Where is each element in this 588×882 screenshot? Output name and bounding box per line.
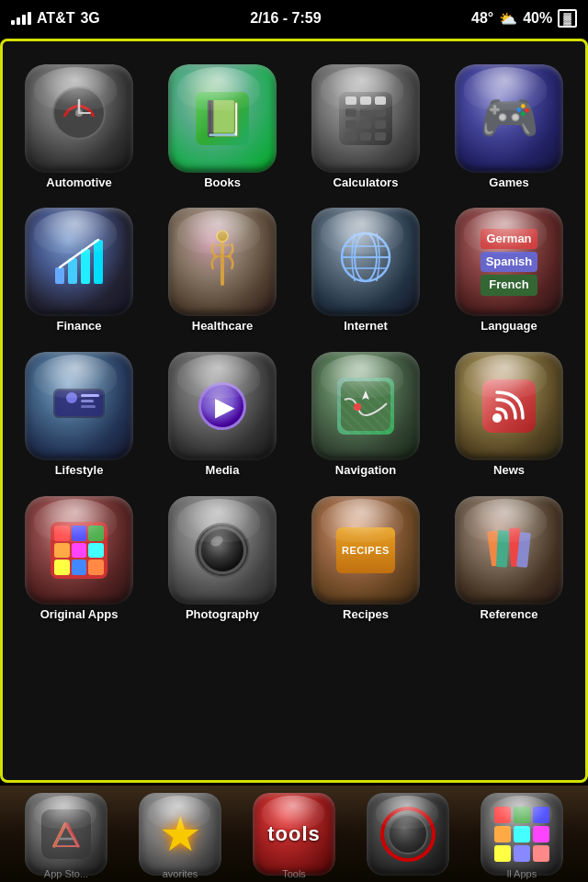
lifestyle-image [48,370,110,443]
svg-marker-25 [362,390,369,400]
navigation-image [337,378,394,435]
app-cell-healthcare[interactable]: Healthcare [151,195,294,339]
dock-labels: App Sto... avorites Tools ll Apps [0,868,588,879]
app-cell-games[interactable]: 🎮 Games [437,51,581,195]
svg-rect-20 [81,394,99,397]
app-cell-photography[interactable]: Photography [151,482,294,627]
app-label-finance: Finance [56,320,101,333]
app-label-internet: Internet [344,320,388,333]
app-icon-navigation [311,352,420,460]
app-label-originalapps: Original Apps [40,608,119,621]
app-cell-finance[interactable]: Finance [7,195,151,339]
app-icon-recipes: RECIPES [311,496,420,605]
app-cell-automotive[interactable]: Automotive [7,51,151,195]
dock-icon-allapps [481,793,563,876]
app-cell-calculators[interactable]: Calculators [294,51,437,195]
app-icon-books: 📗 [168,64,277,173]
carrier-label: AT&T [37,10,74,27]
app-label-language: Language [481,320,537,333]
svg-rect-7 [94,240,103,284]
reference-image [478,514,540,586]
app-cell-books[interactable]: 📗 Books [151,51,294,195]
svg-rect-28 [496,530,509,568]
news-image [482,379,536,433]
internet-image [334,226,397,299]
calc-image [339,92,392,145]
svg-point-26 [492,413,502,423]
app-icon-photography [168,496,277,605]
svg-rect-6 [81,249,90,284]
dock-label-procamera [367,868,449,879]
datetime-label: 2/16 - 7:59 [250,10,321,27]
app-label-photography: Photography [186,608,259,621]
photography-image [198,526,246,574]
dock: ★ tools [0,786,588,882]
signal-icon [11,12,31,25]
originalapps-image [51,522,107,579]
app-grid: Automotive 📗 Books Calculators � [0,39,588,783]
procamera-image [380,807,435,862]
allapps-image [494,807,549,862]
app-cell-recipes[interactable]: RECIPES Recipes [294,482,437,627]
app-icon-reference [455,496,563,605]
app-cell-navigation[interactable]: Navigation [294,339,437,483]
app-cell-news[interactable]: News [437,339,581,483]
dock-icon-tools: tools [253,793,335,876]
dock-item-appstore[interactable] [25,793,107,876]
app-label-reference: Reference [481,608,538,621]
dock-icon-favorites: ★ [139,793,221,876]
automotive-image [48,82,110,154]
app-icon-internet [311,208,420,316]
svg-rect-22 [81,405,96,408]
app-label-navigation: Navigation [335,464,396,477]
app-icon-finance [25,208,133,316]
temperature-label: 48° [471,10,493,27]
app-label-automotive: Automotive [46,176,112,189]
network-type: 3G [80,10,99,27]
app-label-recipes: Recipes [343,608,389,621]
app-icon-healthcare [168,208,277,316]
app-label-media: Media [206,464,240,477]
dock-icon-procamera [367,793,449,876]
finance-image [48,227,110,298]
app-cell-originalapps[interactable]: Original Apps [7,482,151,627]
app-icon-language: German Spanish French [455,208,563,316]
battery-icon: ▓ [558,9,577,28]
dock-label-favorites: avorites [139,868,221,879]
language-image: German Spanish French [481,229,538,296]
svg-rect-23 [341,381,390,431]
svg-rect-31 [41,809,91,859]
svg-rect-4 [55,267,64,284]
dock-item-favorites[interactable]: ★ [139,793,221,876]
app-cell-language[interactable]: German Spanish French Language [437,195,581,339]
app-label-books: Books [204,176,241,189]
app-cell-reference[interactable]: Reference [437,482,581,627]
app-label-calculators: Calculators [334,176,399,189]
dock-item-tools[interactable]: tools [253,793,335,876]
app-cell-internet[interactable]: Internet [294,195,437,339]
svg-rect-21 [81,400,94,402]
dock-item-allapps[interactable] [481,793,563,876]
status-left: AT&T 3G [11,10,100,27]
app-cell-media[interactable]: ▶ Media [151,339,294,483]
app-label-healthcare: Healthcare [192,320,253,333]
status-right: 48° ⛅ 40% ▓ [471,9,577,28]
svg-point-19 [66,392,77,403]
media-image: ▶ [198,382,246,430]
recipes-image: RECIPES [336,527,395,573]
dock-label-allapps: ll Apps [481,868,563,879]
app-label-games: Games [489,176,528,189]
app-label-lifestyle: Lifestyle [55,464,104,477]
app-icon-lifestyle [25,352,133,460]
app-icon-originalapps [25,496,133,605]
app-icon-calculators [311,64,420,173]
dock-item-procamera[interactable] [367,793,449,876]
app-label-news: News [493,464,525,477]
status-bar: AT&T 3G 2/16 - 7:59 48° ⛅ 40% ▓ [0,0,588,37]
app-cell-lifestyle[interactable]: Lifestyle [7,339,151,483]
tools-text: tools [267,822,321,846]
svg-rect-5 [68,258,77,284]
recipes-text: RECIPES [342,545,390,556]
battery-label: 40% [523,10,552,27]
healthcare-image [191,225,254,299]
